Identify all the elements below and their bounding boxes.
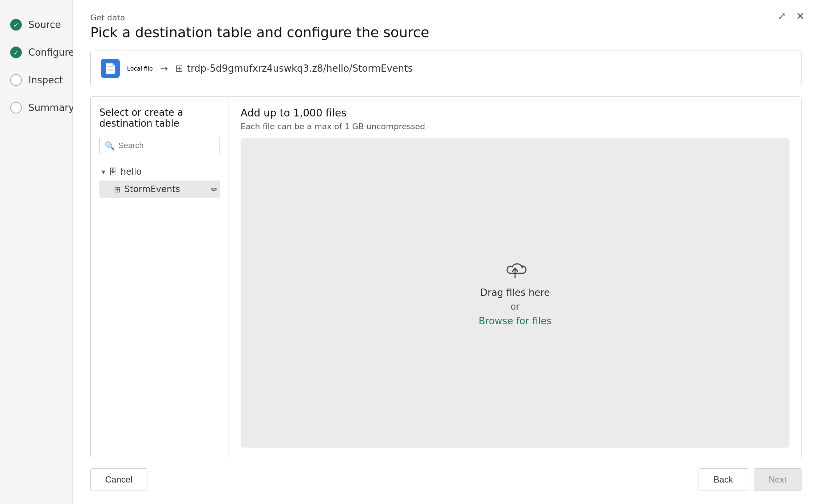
- edit-icon[interactable]: ✏: [211, 185, 218, 194]
- window-controls: ⤢ ✕: [776, 9, 806, 24]
- browse-for-files-link[interactable]: Browse for files: [479, 316, 551, 326]
- next-button[interactable]: Next: [754, 468, 802, 491]
- drop-text: Drag files here: [480, 287, 550, 298]
- left-panel: Select or create a destination table 🔍 ▾…: [91, 97, 229, 458]
- footer: Cancel Back Next: [90, 468, 802, 491]
- page-title: Pick a destination table and configure t…: [90, 24, 802, 40]
- arrow-right-icon: →: [160, 63, 168, 74]
- destination-grid-icon: ⊞: [175, 63, 183, 74]
- tree-child-left: ⊞ StormEvents: [114, 184, 180, 194]
- search-input[interactable]: [118, 141, 218, 150]
- checkmark-icon: ✓: [13, 21, 19, 29]
- step-circle-summary: [10, 102, 22, 114]
- search-box[interactable]: 🔍: [99, 137, 220, 154]
- sidebar-item-configure[interactable]: ✓ Configure: [0, 39, 72, 66]
- sidebar-item-summary[interactable]: Summary: [0, 94, 72, 122]
- upload-subtitle: Each file can be a max of 1 GB uncompres…: [241, 122, 790, 131]
- destination-label: trdp-5d9gmufxrz4uswkq3.z8/hello/StormEve…: [187, 63, 413, 74]
- table-icon: ⊞: [114, 185, 120, 194]
- tree-child-label: StormEvents: [124, 184, 180, 194]
- close-icon: ✕: [796, 11, 804, 22]
- sidebar-label-inspect: Inspect: [28, 75, 63, 86]
- left-panel-title: Select or create a destination table: [99, 107, 220, 129]
- cancel-button[interactable]: Cancel: [90, 468, 147, 491]
- source-bar: 📄 Local file → ⊞ trdp-5d9gmufxrz4uswkq3.…: [90, 51, 802, 86]
- sidebar-label-source: Source: [28, 19, 61, 30]
- upload-title: Add up to 1,000 files: [241, 107, 790, 119]
- back-button[interactable]: Back: [699, 468, 748, 491]
- expand-icon: ⤢: [778, 11, 786, 22]
- search-icon: 🔍: [105, 141, 115, 150]
- get-data-label: Get data: [90, 13, 802, 22]
- drop-or: or: [511, 302, 520, 312]
- checkmark-configure-icon: ✓: [13, 49, 19, 56]
- step-circle-configure: ✓: [10, 47, 22, 58]
- sidebar-label-summary: Summary: [28, 102, 74, 113]
- tree-parent-hello[interactable]: ▾ 🗄 hello: [99, 163, 220, 180]
- local-file-icon: 📄: [101, 59, 120, 78]
- sidebar-label-configure: Configure: [28, 47, 74, 58]
- sidebar: ✓ Source ✓ Configure Inspect Summary: [0, 0, 73, 504]
- expand-button[interactable]: ⤢: [776, 9, 787, 24]
- tree-parent-label: hello: [120, 167, 142, 177]
- main-content: ⤢ ✕ Get data Pick a destination table an…: [73, 0, 819, 504]
- database-icon: 🗄: [109, 167, 117, 176]
- tree-section: ▾ 🗄 hello ⊞ StormEvents ✏: [99, 163, 220, 198]
- content-area: Select or create a destination table 🔍 ▾…: [90, 96, 802, 458]
- file-icon: 📄: [104, 63, 117, 75]
- drop-zone[interactable]: Drag files here or Browse for files: [241, 138, 790, 448]
- close-button[interactable]: ✕: [795, 9, 806, 24]
- chevron-down-icon: ▾: [102, 167, 105, 176]
- step-circle-source: ✓: [10, 19, 22, 31]
- cloud-upload-icon: [500, 259, 530, 281]
- source-label: Local file: [127, 65, 153, 72]
- sidebar-item-inspect[interactable]: Inspect: [0, 66, 72, 94]
- footer-left: Cancel: [90, 468, 147, 491]
- destination-info: ⊞ trdp-5d9gmufxrz4uswkq3.z8/hello/StormE…: [175, 63, 413, 74]
- tree-child-stormevents[interactable]: ⊞ StormEvents ✏: [99, 180, 220, 198]
- sidebar-item-source[interactable]: ✓ Source: [0, 11, 72, 39]
- right-panel: Add up to 1,000 files Each file can be a…: [229, 97, 801, 458]
- step-circle-inspect: [10, 74, 22, 86]
- footer-right: Back Next: [699, 468, 802, 491]
